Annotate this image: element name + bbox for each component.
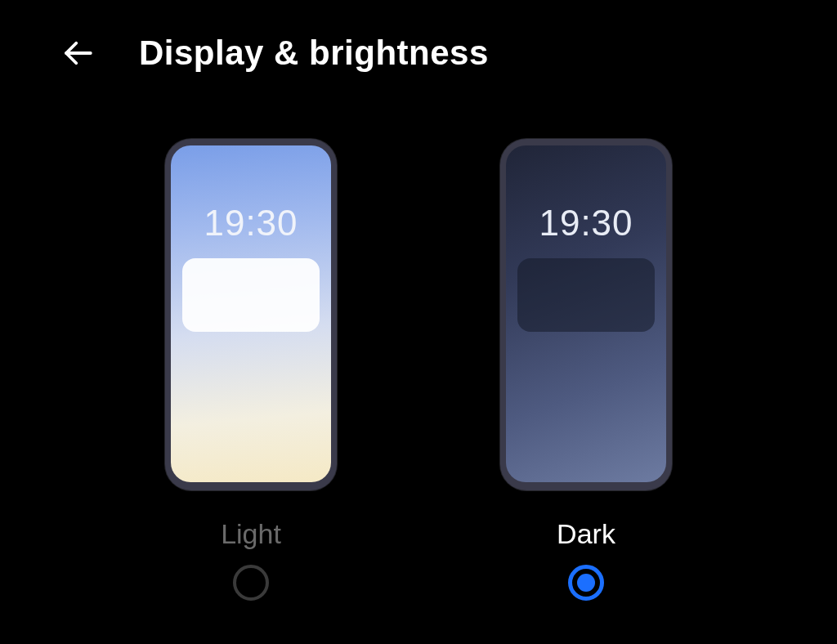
phone-preview-light: 19:30	[165, 139, 337, 490]
header: Display & brightness	[0, 0, 837, 90]
phone-screen-dark: 19:30	[506, 145, 666, 482]
preview-card-dark	[517, 258, 655, 332]
radio-dark[interactable]	[568, 565, 604, 601]
phone-screen-light: 19:30	[171, 145, 331, 482]
back-button[interactable]	[57, 33, 98, 74]
theme-option-dark[interactable]: 19:30 Dark	[500, 139, 672, 601]
preview-card-light	[182, 258, 320, 332]
theme-option-light[interactable]: 19:30 Light	[165, 139, 337, 601]
arrow-left-icon	[60, 36, 95, 70]
phone-preview-dark: 19:30	[500, 139, 672, 490]
clock-dark: 19:30	[506, 203, 666, 244]
theme-options: 19:30 Light 19:30 Dark	[0, 139, 837, 601]
theme-label-dark: Dark	[557, 518, 615, 550]
theme-label-light: Light	[221, 518, 281, 550]
radio-light[interactable]	[233, 565, 269, 601]
page-title: Display & brightness	[139, 34, 489, 73]
clock-light: 19:30	[171, 203, 331, 244]
